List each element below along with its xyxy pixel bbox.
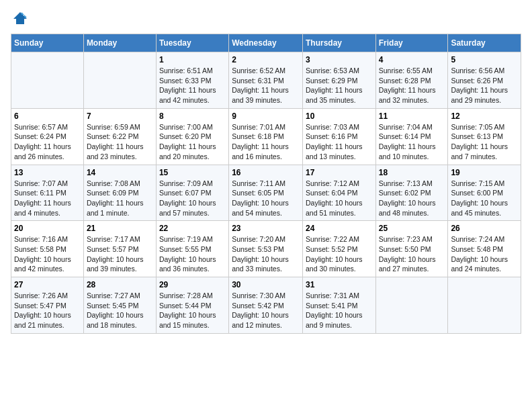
weekday-header: Tuesday: [156, 34, 228, 52]
day-number: 1: [159, 55, 226, 64]
calendar-cell: 13Sunrise: 7:07 AMSunset: 6:11 PMDayligh…: [11, 165, 84, 221]
day-number: 7: [87, 111, 153, 121]
calendar-cell: 18Sunrise: 7:13 AMSunset: 6:02 PMDayligh…: [375, 165, 448, 221]
calendar-body: 1Sunrise: 6:51 AMSunset: 6:33 PMDaylight…: [11, 52, 521, 334]
day-info: Sunrise: 6:52 AMSunset: 6:31 PMDaylight:…: [232, 66, 300, 105]
calendar-cell: [375, 277, 448, 334]
calendar-cell: 3Sunrise: 6:53 AMSunset: 6:29 PMDaylight…: [302, 52, 375, 109]
day-number: 5: [451, 55, 518, 64]
day-number: 8: [159, 111, 226, 121]
calendar-cell: [83, 52, 156, 109]
day-number: 26: [451, 224, 518, 233]
day-info: Sunrise: 7:00 AMSunset: 6:20 PMDaylight:…: [159, 122, 226, 162]
day-info: Sunrise: 6:57 AMSunset: 6:24 PMDaylight:…: [14, 122, 81, 162]
day-number: 17: [306, 168, 373, 177]
day-number: 29: [159, 280, 226, 289]
calendar-cell: 12Sunrise: 7:05 AMSunset: 6:13 PMDayligh…: [448, 108, 521, 165]
calendar-cell: 31Sunrise: 7:31 AMSunset: 5:41 PMDayligh…: [302, 277, 375, 334]
day-info: Sunrise: 7:04 AMSunset: 6:14 PMDaylight:…: [379, 122, 445, 162]
day-info: Sunrise: 6:59 AMSunset: 6:22 PMDaylight:…: [87, 122, 153, 162]
weekday-header: Monday: [83, 34, 156, 52]
day-number: 15: [159, 168, 226, 177]
calendar-cell: 5Sunrise: 6:56 AMSunset: 6:26 PMDaylight…: [448, 52, 521, 109]
day-number: 31: [306, 280, 373, 289]
calendar-cell: 28Sunrise: 7:27 AMSunset: 5:45 PMDayligh…: [83, 277, 156, 334]
calendar-cell: 16Sunrise: 7:11 AMSunset: 6:05 PMDayligh…: [229, 165, 303, 221]
calendar-cell: 1Sunrise: 6:51 AMSunset: 6:33 PMDaylight…: [156, 52, 228, 109]
day-number: 22: [159, 224, 226, 233]
svg-marker-0: [13, 12, 27, 24]
weekday-header: Thursday: [302, 34, 375, 52]
day-info: Sunrise: 7:27 AMSunset: 5:45 PMDaylight:…: [87, 291, 153, 330]
day-info: Sunrise: 7:08 AMSunset: 6:09 PMDaylight:…: [87, 179, 153, 218]
weekday-header: Sunday: [11, 34, 84, 52]
day-number: 21: [87, 224, 153, 233]
day-info: Sunrise: 7:24 AMSunset: 5:48 PMDaylight:…: [451, 234, 518, 274]
calendar-cell: 26Sunrise: 7:24 AMSunset: 5:48 PMDayligh…: [448, 221, 521, 277]
calendar-header-row: SundayMondayTuesdayWednesdayThursdayFrid…: [11, 34, 521, 52]
day-info: Sunrise: 7:03 AMSunset: 6:16 PMDaylight:…: [306, 122, 373, 162]
day-number: 14: [87, 168, 153, 177]
day-number: 6: [14, 111, 81, 121]
calendar-cell: 17Sunrise: 7:12 AMSunset: 6:04 PMDayligh…: [302, 165, 375, 221]
day-info: Sunrise: 7:16 AMSunset: 5:58 PMDaylight:…: [14, 234, 81, 274]
day-number: 9: [232, 111, 300, 121]
day-info: Sunrise: 7:13 AMSunset: 6:02 PMDaylight:…: [379, 179, 445, 218]
day-number: 30: [232, 280, 300, 289]
day-number: 2: [232, 55, 300, 64]
weekday-header: Saturday: [448, 34, 521, 52]
day-info: Sunrise: 7:07 AMSunset: 6:11 PMDaylight:…: [14, 179, 81, 218]
day-info: Sunrise: 7:12 AMSunset: 6:04 PMDaylight:…: [306, 179, 373, 218]
calendar-week-row: 27Sunrise: 7:26 AMSunset: 5:47 PMDayligh…: [11, 277, 521, 334]
calendar-week-row: 13Sunrise: 7:07 AMSunset: 6:11 PMDayligh…: [11, 165, 521, 221]
calendar-cell: [448, 277, 521, 334]
calendar-cell: 7Sunrise: 6:59 AMSunset: 6:22 PMDaylight…: [83, 108, 156, 165]
calendar-cell: [11, 52, 84, 109]
day-info: Sunrise: 7:20 AMSunset: 5:53 PMDaylight:…: [232, 234, 300, 274]
calendar-week-row: 20Sunrise: 7:16 AMSunset: 5:58 PMDayligh…: [11, 221, 521, 277]
day-info: Sunrise: 7:01 AMSunset: 6:18 PMDaylight:…: [232, 122, 300, 162]
calendar-cell: 21Sunrise: 7:17 AMSunset: 5:57 PMDayligh…: [83, 221, 156, 277]
day-info: Sunrise: 7:22 AMSunset: 5:52 PMDaylight:…: [306, 234, 373, 274]
day-number: 24: [306, 224, 373, 233]
calendar-cell: 14Sunrise: 7:08 AMSunset: 6:09 PMDayligh…: [83, 165, 156, 221]
calendar-cell: 24Sunrise: 7:22 AMSunset: 5:52 PMDayligh…: [302, 221, 375, 277]
day-info: Sunrise: 7:11 AMSunset: 6:05 PMDaylight:…: [232, 179, 300, 218]
day-number: 11: [379, 111, 445, 121]
calendar-cell: 27Sunrise: 7:26 AMSunset: 5:47 PMDayligh…: [11, 277, 84, 334]
day-info: Sunrise: 6:51 AMSunset: 6:33 PMDaylight:…: [159, 66, 226, 105]
calendar-week-row: 6Sunrise: 6:57 AMSunset: 6:24 PMDaylight…: [11, 108, 521, 165]
weekday-header: Friday: [375, 34, 448, 52]
calendar-cell: 15Sunrise: 7:09 AMSunset: 6:07 PMDayligh…: [156, 165, 228, 221]
calendar-table: SundayMondayTuesdayWednesdayThursdayFrid…: [11, 34, 521, 334]
day-info: Sunrise: 6:56 AMSunset: 6:26 PMDaylight:…: [451, 66, 518, 105]
day-number: 3: [306, 55, 373, 64]
calendar-week-row: 1Sunrise: 6:51 AMSunset: 6:33 PMDaylight…: [11, 52, 521, 109]
calendar-cell: 30Sunrise: 7:30 AMSunset: 5:42 PMDayligh…: [229, 277, 303, 334]
day-info: Sunrise: 6:53 AMSunset: 6:29 PMDaylight:…: [306, 66, 373, 105]
day-number: 16: [232, 168, 300, 177]
day-info: Sunrise: 7:28 AMSunset: 5:44 PMDaylight:…: [159, 291, 226, 330]
calendar-cell: 8Sunrise: 7:00 AMSunset: 6:20 PMDaylight…: [156, 108, 228, 165]
day-info: Sunrise: 7:19 AMSunset: 5:55 PMDaylight:…: [159, 234, 226, 274]
day-number: 4: [379, 55, 445, 64]
day-info: Sunrise: 7:15 AMSunset: 6:00 PMDaylight:…: [451, 179, 518, 218]
calendar-cell: 9Sunrise: 7:01 AMSunset: 6:18 PMDaylight…: [229, 108, 303, 165]
calendar-cell: 22Sunrise: 7:19 AMSunset: 5:55 PMDayligh…: [156, 221, 228, 277]
day-info: Sunrise: 7:26 AMSunset: 5:47 PMDaylight:…: [14, 291, 81, 330]
day-number: 20: [14, 224, 81, 233]
calendar-cell: 11Sunrise: 7:04 AMSunset: 6:14 PMDayligh…: [375, 108, 448, 165]
day-number: 13: [14, 168, 81, 177]
calendar-cell: 10Sunrise: 7:03 AMSunset: 6:16 PMDayligh…: [302, 108, 375, 165]
day-number: 10: [306, 111, 373, 121]
page-header: [11, 11, 521, 27]
day-info: Sunrise: 7:30 AMSunset: 5:42 PMDaylight:…: [232, 291, 300, 330]
day-info: Sunrise: 7:17 AMSunset: 5:57 PMDaylight:…: [87, 234, 153, 274]
calendar-cell: 19Sunrise: 7:15 AMSunset: 6:00 PMDayligh…: [448, 165, 521, 221]
day-number: 23: [232, 224, 300, 233]
day-number: 25: [379, 224, 445, 233]
logo-icon: [12, 11, 28, 27]
calendar-cell: 2Sunrise: 6:52 AMSunset: 6:31 PMDaylight…: [229, 52, 303, 109]
day-info: Sunrise: 6:55 AMSunset: 6:28 PMDaylight:…: [379, 66, 445, 105]
day-number: 28: [87, 280, 153, 289]
